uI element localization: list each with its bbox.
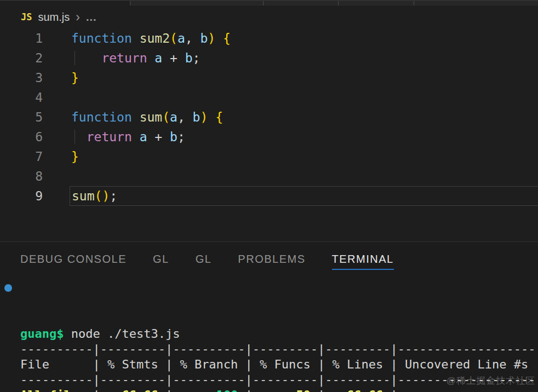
terminal[interactable]: guang$ node ./test3.js----------|-------… [0,277,538,392]
terminal-text: 50 [296,388,311,392]
bottom-panel: DEBUG CONSOLEGLGLPROBLEMSTERMINAL guang$… [0,241,538,392]
line-number[interactable]: 5 [0,107,43,127]
command-decoration-dot[interactable] [4,284,12,292]
panel-tab-terminal[interactable]: TERMINAL [332,249,394,270]
code-token [208,110,215,124]
line-number[interactable]: 9 [0,186,43,206]
line-number[interactable]: 2 [0,48,43,68]
code-token: + [147,130,170,144]
breadcrumb-symbol[interactable]: ... [86,11,97,24]
code-content: } [70,147,538,166]
code-token: sum [72,189,95,203]
terminal-text: File | % Stmts | % Branch | % Funcs | % … [20,358,535,371]
code-editor[interactable]: 1function sum2(a, b) {2 return a + b;3}4… [0,28,538,241]
code-token: a [170,110,178,124]
code-token: } [71,149,79,164]
code-line[interactable]: 6 return a + b; [0,127,538,147]
code-token: ( [170,31,178,45]
terminal-line: ----------|---------|----------|--------… [20,372,538,388]
line-number[interactable]: 4 [0,88,43,107]
chevron-right-icon: › [76,11,80,22]
line-number[interactable]: 8 [0,166,43,186]
panel-tab-debug-console[interactable]: DEBUG CONSOLE [20,249,127,270]
terminal-text: | [85,388,122,392]
code-line[interactable]: 3} [0,68,538,88]
terminal-prompt-line: guang$ node ./test3.js [20,326,538,342]
code-token: ( [95,189,102,203]
code-content [70,88,538,107]
terminal-text: 66.66 [122,388,158,392]
code-token: b [185,51,193,65]
code-token: a [140,130,147,144]
terminal-text: node ./test3.js [64,327,180,341]
code-content: function sum(a, b) { [70,107,538,127]
terminal-text: ----------|---------|----------|--------… [20,373,535,387]
code-token: ; [110,189,117,203]
code-token: sum [140,110,163,124]
code-token: function [71,110,132,124]
terminal-text: All files [20,388,85,392]
code-line[interactable]: 5function sum(a, b) { [0,107,538,127]
terminal-text: | [158,388,216,392]
code-token [132,31,140,45]
code-token: function [71,31,132,45]
terminal-text: guang$ [20,327,64,341]
code-token: b [170,130,178,144]
line-number[interactable]: 3 [0,68,43,88]
code-line[interactable]: 9sum(); [0,186,538,206]
line-number[interactable]: 1 [0,28,43,48]
code-token: b [200,31,208,45]
code-content: return a + b; [70,48,538,68]
code-line[interactable]: 7} [0,147,538,166]
code-token: b [193,110,201,124]
code-token: a [154,51,162,65]
code-token: + [162,51,185,65]
terminal-text: 100 [216,388,238,392]
code-token: , [178,110,193,124]
js-file-icon: JS [21,11,32,22]
code-token: ) [208,31,215,45]
code-token: return [87,130,132,144]
code-token [71,130,87,144]
code-content: sum(); [70,186,538,206]
panel-tab-bar: DEBUG CONSOLEGLGLPROBLEMSTERMINAL [0,242,538,276]
code-line[interactable]: 1function sum2(a, b) { [0,28,538,48]
vscode-window: JS sum.js › ... 1function sum2(a, b) {2 … [0,0,538,392]
code-token: ; [193,51,201,65]
editor-tab-strip [0,0,538,5]
code-token: { [223,31,231,45]
panel-tab-gl[interactable]: GL [153,249,169,270]
indent-guide-icon [75,130,75,144]
code-line[interactable]: 4 [0,88,538,107]
code-token: return [101,51,147,65]
panel-tab-problems[interactable]: PROBLEMS [238,249,305,270]
code-token: sum2 [140,31,170,45]
code-content: } [70,68,538,88]
code-token: ) [200,110,208,124]
code-line[interactable]: 2 return a + b; [0,48,538,68]
code-content: function sum2(a, b) { [70,28,538,48]
line-number[interactable]: 6 [0,127,43,147]
terminal-text: ----------|---------|----------|--------… [20,342,535,356]
code-token: } [71,71,79,85]
terminal-text: 66.66 [347,388,383,392]
code-line[interactable]: 8 [0,166,538,186]
code-token: ( [162,110,170,124]
terminal-line: ----------|---------|----------|--------… [20,342,538,357]
code-token: ; [178,130,185,144]
terminal-text: | [311,388,347,392]
code-token: { [215,110,223,124]
code-content: return a + b; [70,127,538,147]
breadcrumb: JS sum.js › ... [0,5,538,28]
breadcrumb-file[interactable]: sum.js [38,11,70,24]
code-token: ) [102,189,110,203]
code-token [132,110,140,124]
panel-tab-gl[interactable]: GL [196,249,212,270]
code-token [147,51,154,65]
code-content [70,166,538,186]
line-number[interactable]: 7 [0,147,43,166]
terminal-line: All files | 66.66 | 100 | 50 | 66.66 | [20,388,538,392]
indent-guide-icon [75,51,75,65]
code-token: , [185,31,201,45]
terminal-text: | [238,388,296,392]
